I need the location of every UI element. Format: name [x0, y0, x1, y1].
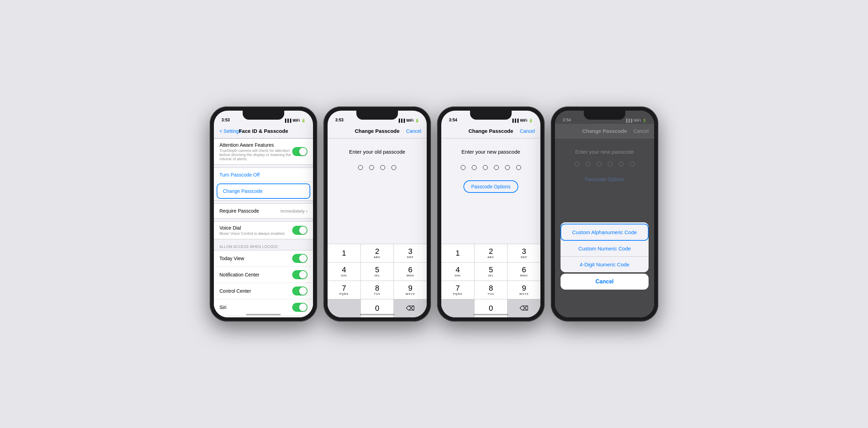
home-indicator-2 [360, 314, 394, 315]
key-5-p2[interactable]: 5JKL [361, 263, 394, 281]
voice-row: Voice Dial Music Voice Control is always… [214, 222, 313, 239]
notch [243, 111, 284, 120]
require-value: Immediately › [280, 208, 307, 214]
popup-menu-4: Custom Alphanumeric Code Custom Numeric … [561, 222, 649, 272]
cancel-btn-2[interactable]: Cancel [406, 128, 421, 134]
key-7-p2[interactable]: 7PQRS [328, 281, 361, 299]
key-9-p3[interactable]: 9WXYZ [507, 281, 540, 299]
key-4-p2[interactable]: 4GHI [328, 263, 361, 281]
passcode-dots-2 [328, 162, 427, 177]
dot-2-3 [380, 165, 385, 170]
nav-bar-1: < Settings Face ID & Passcode [214, 124, 313, 138]
attention-toggle[interactable] [292, 147, 307, 156]
wifi-icon: WiFi [293, 119, 300, 122]
battery-icon: 🔋 [301, 119, 305, 122]
popup-cancel-4: Cancel [561, 274, 649, 290]
wifi-icon-2: WiFi [406, 119, 414, 122]
cancel-btn-3[interactable]: Cancel [520, 128, 535, 134]
signal-icon: ▐▐▐ [284, 119, 291, 122]
dot-3-5 [505, 165, 510, 170]
require-row[interactable]: Require Passcode Immediately › [214, 204, 313, 218]
key-back-p3[interactable]: ⌫ [507, 299, 540, 317]
turn-passcode-off[interactable]: Turn Passcode Off [214, 168, 313, 182]
key-8-p3[interactable]: 8TUV [475, 281, 508, 299]
nav-title-3: Change Passcode [468, 128, 513, 134]
signal-icon-2: ▐▐▐ [398, 119, 405, 122]
notch-2 [356, 111, 398, 120]
signal-icon-3: ▐▐▐ [511, 119, 519, 122]
passcode-prompt-2: Enter your old passcode [328, 138, 427, 162]
nav-bar-3: Change Passcode Cancel [441, 124, 540, 138]
key-5-p3[interactable]: 5JKL [475, 263, 508, 281]
dot-3-1 [461, 165, 466, 170]
notification-row: Notification Center [214, 267, 313, 283]
change-passcode-wrapper: Change Passcode [214, 182, 313, 200]
key-4-p3[interactable]: 4GHI [441, 263, 475, 281]
voice-toggle[interactable] [292, 226, 307, 235]
keypad-row-1-p2: 1 2ABC 3DEF [328, 244, 427, 263]
key-8-p2[interactable]: 8TUV [361, 281, 394, 299]
siri-toggle[interactable] [292, 303, 307, 312]
attention-sublabel: TrueDepth camera will check for attentio… [219, 148, 292, 161]
phone-4: 3:54 ▐▐▐ WiFi 🔋 Change Passcode Cancel E… [551, 106, 658, 322]
key-2-p3[interactable]: 2ABC [475, 244, 508, 262]
key-empty-p2 [328, 299, 361, 317]
voice-label-group: Voice Dial Music Voice Control is always… [219, 225, 285, 236]
menu-item-alphanumeric[interactable]: Custom Alphanumeric Code [561, 224, 649, 241]
siri-row: Siri [214, 299, 313, 316]
status-icons-3: ▐▐▐ WiFi 🔋 [511, 119, 533, 122]
key-6-p3[interactable]: 6MNO [507, 263, 540, 281]
keypad-2: 1 2ABC 3DEF 4GHI 5JKL 6MNO 7PQRS 8TUV 9W… [328, 244, 427, 317]
key-back-p2[interactable]: ⌫ [394, 299, 427, 317]
battery-icon-3: 🔋 [529, 119, 533, 122]
require-label: Require Passcode [219, 208, 259, 214]
nav-title-2: Change Passcode [355, 128, 399, 134]
passcode-prompt-3: Enter your new passcode [441, 138, 540, 162]
notch-3 [470, 111, 512, 120]
options-center-3: Passcode Options [441, 177, 540, 196]
voice-section: Voice Dial Music Voice Control is always… [214, 221, 313, 239]
menu-item-4digit[interactable]: 4-Digit Numeric Code [561, 257, 649, 272]
phone-3-screen: 3:54 ▐▐▐ WiFi 🔋 Change Passcode Cancel E… [441, 111, 540, 317]
cancel-menu-btn-4[interactable]: Cancel [561, 274, 649, 290]
dot-3-4 [494, 165, 499, 170]
key-2-p2[interactable]: 2ABC [361, 244, 394, 262]
control-toggle[interactable] [292, 286, 307, 296]
today-toggle[interactable] [292, 254, 307, 263]
dot-2-2 [369, 165, 374, 170]
nav-bar-2: Change Passcode Cancel [328, 124, 427, 138]
status-time-1: 3:53 [222, 118, 230, 122]
voice-label: Voice Dial [219, 225, 285, 231]
dot-2-4 [391, 165, 396, 170]
notification-label: Notification Center [219, 272, 259, 277]
dot-2-1 [358, 165, 363, 170]
keypad-row-3-p2: 7PQRS 8TUV 9WXYZ [328, 281, 427, 299]
key-empty-p3 [441, 299, 475, 317]
phone-4-screen: 3:54 ▐▐▐ WiFi 🔋 Change Passcode Cancel E… [555, 111, 654, 317]
key-9-p2[interactable]: 9WXYZ [394, 281, 427, 299]
change-passcode-btn[interactable]: Change Passcode [217, 183, 310, 199]
status-time-3: 3:54 [449, 118, 457, 122]
key-6-p2[interactable]: 6MNO [394, 263, 427, 281]
battery-icon-2: 🔋 [415, 119, 419, 122]
passcode-dots-3 [441, 162, 540, 177]
phone-2-screen: 3:53 ▐▐▐ WiFi 🔋 Change Passcode Cancel E… [328, 111, 427, 317]
menu-item-numeric[interactable]: Custom Numeric Code [561, 241, 649, 257]
require-section: Require Passcode Immediately › [214, 203, 313, 219]
key-7-p3[interactable]: 7PQRS [441, 281, 475, 299]
home-indicator-1 [246, 314, 281, 315]
key-1-p2[interactable]: 1 [328, 244, 361, 262]
dot-3-2 [472, 165, 477, 170]
key-1-p3[interactable]: 1 [441, 244, 475, 262]
back-button-1[interactable]: < Settings [219, 128, 241, 134]
wifi-icon-3: WiFi [520, 119, 527, 122]
siri-label: Siri [219, 305, 226, 310]
phone-3: 3:54 ▐▐▐ WiFi 🔋 Change Passcode Cancel E… [437, 106, 545, 322]
attention-label-group: Attention Aware Features TrueDepth camer… [219, 142, 292, 161]
notification-toggle[interactable] [292, 270, 307, 279]
key-3-p2[interactable]: 3DEF [394, 244, 427, 262]
key-3-p3[interactable]: 3DEF [507, 244, 540, 262]
passcode-options-btn-3[interactable]: Passcode Options [463, 180, 518, 193]
status-time-2: 3:53 [335, 118, 344, 122]
reply-row: Reply with Message [214, 316, 313, 317]
